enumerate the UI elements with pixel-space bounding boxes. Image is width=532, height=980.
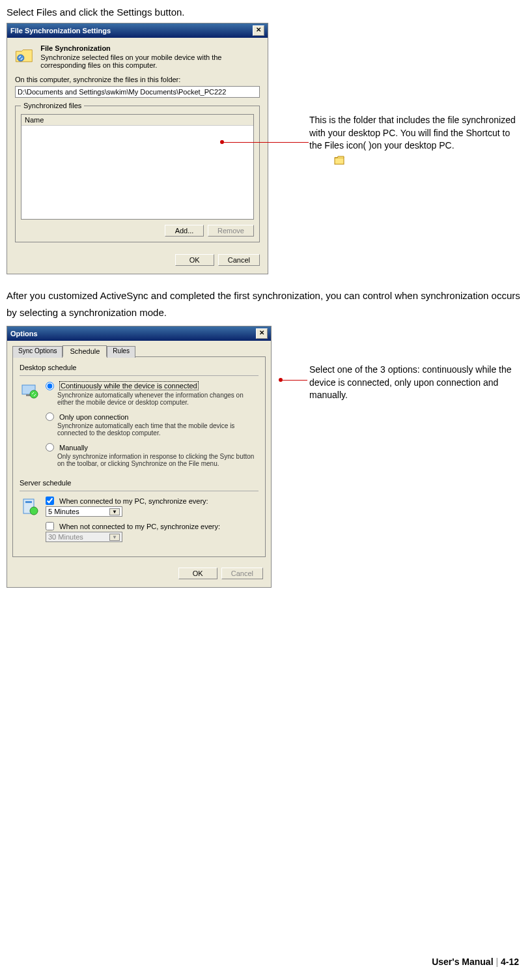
dropdown-connected-interval[interactable]: 5 Minutes ▼	[46, 506, 122, 517]
radio-continuously[interactable]	[46, 382, 54, 390]
svg-rect-6	[25, 501, 32, 503]
svg-rect-1	[335, 158, 344, 164]
dialog-title: File Synchronization Settings	[10, 27, 111, 35]
remove-button[interactable]: Remove	[208, 225, 254, 237]
section-1: File Synchronization Settings ✕ File Syn…	[7, 23, 525, 274]
titlebar-2: Options ✕	[7, 326, 271, 341]
svg-point-7	[30, 507, 38, 515]
desktop-group-label: Desktop schedule	[20, 364, 259, 371]
callout-1: This is the folder that includes the fil…	[309, 114, 518, 152]
radio-upon-connection[interactable]	[46, 412, 54, 421]
dialog-title-2: Options	[10, 330, 38, 338]
close-icon[interactable]: ✕	[253, 25, 264, 36]
list-header-name: Name	[21, 115, 253, 126]
callout-2: Select one of the 3 options: continuousl…	[309, 364, 518, 402]
server-group-label: Server schedule	[20, 479, 259, 487]
folder-path-input[interactable]	[15, 86, 260, 98]
section-2: Options ✕ Sync Options Schedule Rules De…	[7, 326, 525, 588]
files-shortcut-icon	[334, 156, 344, 165]
tab-bar: Sync Options Schedule Rules	[7, 341, 271, 356]
options-dialog: Options ✕ Sync Options Schedule Rules De…	[7, 326, 272, 588]
desktop-sync-icon	[20, 381, 40, 402]
chevron-down-icon: ▼	[109, 534, 120, 541]
server-sync-icon	[20, 497, 40, 517]
file-listbox[interactable]: Name	[21, 114, 254, 220]
ok-button[interactable]: OK	[178, 568, 217, 579]
tab-sync-options[interactable]: Sync Options	[12, 346, 63, 358]
radio-manually-desc: Only synchronize information in response…	[57, 453, 259, 467]
folder-sync-icon	[15, 44, 34, 68]
file-sync-dialog: File Synchronization Settings ✕ File Syn…	[7, 23, 268, 274]
folder-label: On this computer, synchronize the files …	[15, 76, 260, 83]
dropdown-not-connected-interval: 30 Minutes ▼	[46, 532, 122, 542]
chevron-down-icon: ▼	[109, 508, 120, 515]
tab-schedule[interactable]: Schedule	[63, 345, 107, 357]
fieldset-legend: Synchronized files	[21, 102, 84, 109]
mid-paragraph: After you customized ActiveSync and comp…	[7, 287, 525, 321]
svg-point-0	[18, 55, 24, 61]
add-button[interactable]: Add...	[165, 225, 204, 237]
titlebar: File Synchronization Settings ✕	[7, 23, 268, 38]
checkbox-connected[interactable]	[46, 497, 54, 505]
cancel-button[interactable]: Cancel	[221, 568, 263, 579]
callout-line	[224, 142, 309, 143]
checkbox-connected-label: When connected to my PC, synchronize eve…	[59, 497, 208, 505]
callout-line	[283, 380, 307, 381]
radio-continuously-label: Continuously while the device is connect…	[59, 381, 199, 390]
checkbox-not-connected-label: When not connected to my PC, synchronize…	[59, 523, 220, 530]
radio-manually-label: Manually	[59, 444, 88, 452]
top-instruction: Select Files and click the Settings butt…	[7, 7, 525, 18]
radio-upon-connection-label: Only upon connection	[59, 413, 128, 421]
header-title: File Synchronization	[40, 44, 260, 52]
close-icon[interactable]: ✕	[256, 328, 268, 339]
header-desc: Synchronize selected files on your mobil…	[40, 53, 260, 69]
radio-upon-connection-desc: Synchronize automatically each time that…	[57, 422, 259, 437]
tab-rules[interactable]: Rules	[107, 346, 135, 358]
radio-continuously-desc: Synchronize automatically whenever the i…	[57, 392, 259, 406]
checkbox-not-connected[interactable]	[46, 522, 54, 530]
svg-point-4	[30, 390, 38, 398]
ok-button[interactable]: OK	[175, 254, 214, 266]
radio-manually[interactable]	[46, 443, 54, 452]
cancel-button[interactable]: Cancel	[218, 254, 260, 266]
